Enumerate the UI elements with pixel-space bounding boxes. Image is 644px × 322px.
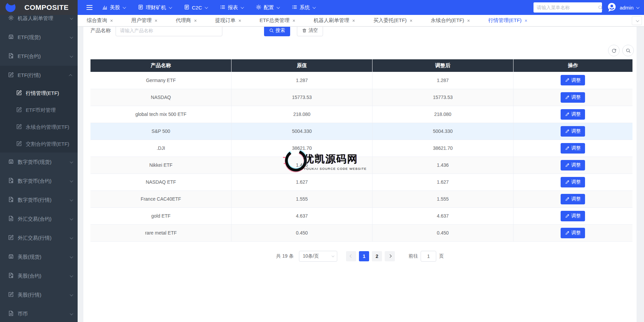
clear-button[interactable]: 清空: [297, 27, 323, 36]
cell-original-value: 0.450: [232, 224, 373, 241]
adjust-button[interactable]: 调整: [561, 160, 585, 170]
sidebar-item[interactable]: 外汇交易(行情): [0, 228, 78, 247]
search-icon: [269, 28, 274, 33]
sidebar-item[interactable]: 交割合约管理(ETF): [0, 136, 78, 153]
workspace-tab[interactable]: 用户管理: [122, 15, 166, 26]
chevron-icon: [70, 54, 73, 58]
chevron-down-icon: [636, 5, 640, 9]
sidebar-item[interactable]: 数字货币(合约): [0, 172, 78, 190]
table-row: NASDAQ 15773.53 15773.53 调整: [90, 89, 632, 106]
sidebar-item[interactable]: 美股(行情): [0, 285, 78, 304]
workspace-tab[interactable]: 代理商: [166, 15, 206, 26]
goto-page-input[interactable]: [421, 251, 436, 262]
cell-original-value: 4.637: [232, 207, 373, 224]
adjust-button[interactable]: 调整: [561, 211, 585, 221]
search-icon: [598, 5, 603, 10]
edit-icon: [16, 124, 22, 130]
close-icon[interactable]: [110, 18, 113, 23]
close-icon[interactable]: [194, 18, 197, 23]
user-menu[interactable]: admin: [607, 2, 639, 13]
menu-search-input[interactable]: [537, 5, 598, 10]
workspace-tab[interactable]: 机器人刷单管理: [304, 15, 364, 26]
workspace-tab[interactable]: 提现订单: [206, 15, 250, 26]
prev-page-button[interactable]: [346, 251, 356, 261]
page-size-select[interactable]: 10条/页: [299, 251, 337, 262]
table-row: Nikkei ETF 1.436 1.436 调整: [90, 157, 632, 174]
sidebar-item[interactable]: ETF(行情): [0, 66, 78, 85]
close-icon[interactable]: [352, 18, 355, 23]
avatar: [607, 2, 617, 13]
adjust-button[interactable]: 调整: [561, 126, 585, 137]
chevron-icon: [70, 293, 73, 296]
sidebar-item[interactable]: ETF(现货): [0, 28, 78, 47]
close-icon[interactable]: [467, 18, 470, 23]
tab-overflow-button[interactable]: [632, 16, 642, 25]
column-search-button[interactable]: [622, 45, 634, 56]
adjust-button[interactable]: 调整: [561, 194, 585, 204]
page-number-button[interactable]: 1: [359, 251, 369, 261]
chevron-down-icon: [205, 5, 208, 9]
close-icon[interactable]: [155, 18, 157, 23]
sidebar-item[interactable]: 外汇交易(合约): [0, 209, 78, 228]
workspace-tab[interactable]: 综合查询: [78, 15, 122, 26]
close-icon[interactable]: [239, 18, 241, 23]
sidebar-item[interactable]: 数字货币(现货): [0, 153, 78, 172]
chevron-icon: [69, 74, 72, 77]
adjust-button[interactable]: 调整: [561, 109, 585, 120]
hamburger-menu-icon[interactable]: [86, 5, 93, 10]
cell-actions: 调整: [513, 190, 632, 207]
cell-original-value: 1.627: [232, 174, 373, 190]
close-icon[interactable]: [293, 18, 295, 23]
cell-product-name: gold ETF: [90, 207, 232, 224]
table-row: Germany ETF 1.287 1.287 调整: [90, 72, 632, 89]
chevron-left-icon: [349, 255, 353, 258]
page-number-button[interactable]: 2: [372, 251, 382, 261]
close-icon[interactable]: [410, 18, 412, 23]
refresh-button[interactable]: [608, 45, 620, 56]
adjust-button[interactable]: 调整: [561, 177, 585, 187]
next-page-button[interactable]: [385, 251, 395, 261]
nav-menu-item[interactable]: 理财矿机: [138, 4, 171, 11]
chevron-right-icon: [388, 255, 391, 258]
product-name-input[interactable]: [116, 27, 222, 36]
adjust-button[interactable]: 调整: [561, 75, 585, 85]
edit-icon: [16, 141, 22, 147]
sql-icon: [8, 197, 14, 203]
nav-menu-item[interactable]: 配置: [256, 4, 279, 11]
pencil-icon: [565, 95, 569, 100]
sidebar-item[interactable]: 币币: [0, 304, 78, 322]
sql-icon: [8, 178, 14, 184]
pencil-icon: [565, 180, 569, 184]
column-header: 操作: [513, 59, 632, 72]
sidebar-item[interactable]: 永续合约管理(ETF): [0, 119, 78, 136]
gear-icon: [256, 4, 261, 11]
workspace-tab[interactable]: 永续合约(ETF): [422, 15, 479, 26]
workspace-tab[interactable]: 行情管理(ETF): [479, 15, 537, 26]
sidebar-item[interactable]: ETF币对管理: [0, 102, 78, 119]
nav-menu-item[interactable]: 美股: [102, 4, 125, 11]
chevron-icon: [70, 179, 73, 182]
sidebar-item[interactable]: 数字货币(行情): [0, 190, 78, 209]
close-icon[interactable]: [525, 18, 527, 23]
cell-adjusted-value: 1.627: [372, 174, 513, 190]
workspace-tab[interactable]: 买入委托(ETF): [364, 15, 422, 26]
sidebar-item[interactable]: 美股(合约): [0, 266, 78, 285]
nav-menu-item[interactable]: 系统: [292, 4, 315, 11]
adjust-button[interactable]: 调整: [561, 143, 585, 154]
adjust-button[interactable]: 调整: [561, 228, 585, 238]
sidebar-item[interactable]: 机器人刷单管理: [0, 15, 78, 28]
search-form: 产品名称 搜索 清空: [83, 27, 637, 36]
nav-menu-item[interactable]: 报表: [220, 4, 243, 11]
nav-menu-item[interactable]: C2C: [184, 4, 207, 11]
cell-adjusted-value: 15773.53: [372, 89, 513, 106]
cell-original-value: 1.436: [232, 157, 373, 174]
sidebar-item[interactable]: ETF(合约): [0, 47, 78, 66]
tab-bar: 综合查询 用户管理 代理商 提现订单 ETF总类管理 机器人刷单管理 买入委托(…: [78, 15, 644, 26]
search-button[interactable]: 搜索: [264, 27, 290, 36]
sidebar-item[interactable]: 美股(现货): [0, 247, 78, 266]
chevron-icon: [70, 16, 73, 20]
sidebar-item[interactable]: 行情管理(ETF): [0, 85, 78, 102]
workspace-tab[interactable]: ETF总类管理: [250, 15, 305, 26]
column-header: 调整后: [372, 59, 513, 72]
adjust-button[interactable]: 调整: [561, 92, 585, 103]
